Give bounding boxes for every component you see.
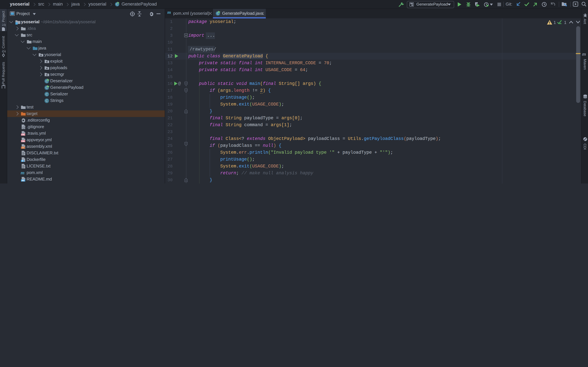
svg-text:D: D xyxy=(22,160,24,162)
svg-text:C: C xyxy=(46,92,48,96)
svg-text:<>: <> xyxy=(22,147,24,149)
svg-text:YML: YML xyxy=(21,140,25,142)
svg-text:YML: YML xyxy=(21,134,25,136)
svg-text:C: C xyxy=(46,99,48,103)
svg-text:MD: MD xyxy=(22,180,25,182)
